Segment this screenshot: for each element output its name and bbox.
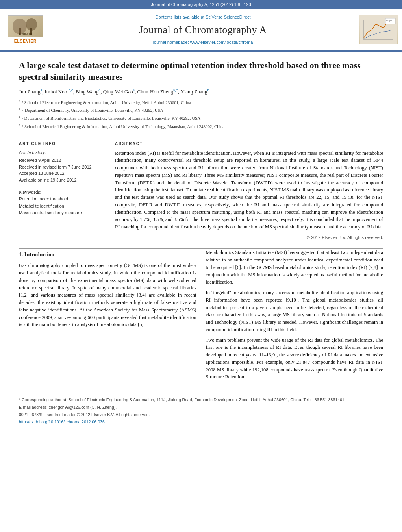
journal-cover-image: Graph: [355, 12, 402, 47]
footnote-email: E-mail address: zhengch99@126.com (C.-H.…: [19, 404, 383, 411]
article-separator: [19, 136, 383, 136]
article-body: 1. Introduction Gas chromatography coupl…: [0, 249, 402, 392]
intro-paragraph-2: Metabolomics Standards Initiative (MSI) …: [206, 249, 383, 286]
svg-rect-4: [12, 32, 39, 32]
keyword-3: Mass spectral similarity measure: [19, 209, 106, 217]
received-date: Received 9 April 2012: [19, 157, 106, 164]
intro-paragraph-1: Gas chromatography coupled to mass spect…: [19, 262, 196, 328]
svg-text:ELSEVIER: ELSEVIER: [19, 33, 32, 36]
footnote-corresponding: * Corresponding author at: School of Ele…: [19, 397, 383, 403]
svg-text:Graph: Graph: [386, 19, 392, 22]
article-header-section: A large scale test dataset to determine …: [0, 52, 402, 248]
body-columns: 1. Introduction Gas chromatography coupl…: [19, 249, 383, 384]
copyright: © 2012 Elsevier B.V. All rights reserved…: [115, 235, 383, 241]
article-info-label: ARTICLE INFO: [19, 141, 106, 146]
elsevier-logo-section: ELSEVIER ELSEVIER: [0, 12, 51, 47]
abstract-text: Retention index (RI) is useful for metab…: [115, 150, 383, 231]
body-column-left: 1. Introduction Gas chromatography coupl…: [19, 249, 196, 384]
footnote-doi: http://dx.doi.org/10.1016/j.chroma.2012.…: [19, 419, 383, 425]
footnotes: * Corresponding author at: School of Ele…: [0, 392, 402, 430]
authors-line: Jun Zhanga, Imhoi Koo b,c, Bing Wangd, Q…: [19, 87, 383, 96]
intro-paragraph-3: In "targeted" metabolomics, many success…: [206, 289, 383, 334]
affiliation-a: a ᵃ School of Electronic Engineering & A…: [19, 98, 383, 106]
accepted-date: Accepted 13 June 2012: [19, 170, 106, 177]
abstract-label: ABSTRACT: [115, 141, 383, 146]
journal-center-info: Contents lists available at SciVerse Sci…: [51, 12, 355, 47]
article-info-abstract: ARTICLE INFO Article history: Received 9…: [19, 141, 383, 241]
footnote-issn: 0021-9673/$ – see front matter © 2012 El…: [19, 412, 383, 418]
affiliation-c: c ᶜ Department of Bioinformatics and Bio…: [19, 114, 383, 121]
keywords-section: Keywords: Retention index threshold Meta…: [19, 189, 106, 217]
intro-heading: 1. Introduction: [19, 250, 196, 259]
body-column-right: Metabolomics Standards Initiative (MSI) …: [206, 249, 383, 384]
keyword-1: Retention index threshold: [19, 196, 106, 203]
journal-header-bar: Journal of Chromatography A, 1251 (2012)…: [0, 0, 402, 9]
affiliation-d: d ᵈ School of Electrical Engineering & I…: [19, 122, 383, 130]
keywords-label: Keywords:: [19, 189, 106, 196]
journal-banner: ELSEVIER ELSEVIER Contents lists availab…: [0, 9, 402, 51]
received-revised-date: Received in revised form 7 June 2012: [19, 164, 106, 171]
article-title: A large scale test dataset to determine …: [19, 60, 383, 82]
keyword-2: Metabolite identification: [19, 203, 106, 210]
available-date: Available online 19 June 2012: [19, 177, 106, 184]
cover-thumbnail: Graph: [359, 15, 398, 44]
elsevier-brand: ELSEVIER: [14, 39, 37, 44]
article-history: Article history: Received 9 April 2012 R…: [19, 150, 106, 183]
homepage-link[interactable]: www.elsevier.com/locate/chroma: [190, 40, 253, 44]
abstract-column: ABSTRACT Retention index (RI) is useful …: [115, 141, 383, 241]
sciverse-info: Contents lists available at SciVerse Sci…: [155, 14, 250, 20]
elsevier-image: ELSEVIER: [8, 15, 43, 37]
intro-paragraph-4: Two main problems prevent the wide usage…: [206, 337, 383, 381]
affiliation-b: b ᵇ Department of Chemistry, University …: [19, 106, 383, 113]
journal-title: Journal of Chromatography A: [139, 23, 267, 37]
journal-citation: Journal of Chromatography A, 1251 (2012)…: [151, 2, 251, 7]
history-label: Article history:: [19, 150, 106, 156]
journal-homepage: journal homepage: www.elsevier.com/locat…: [153, 39, 253, 45]
article-info-column: ARTICLE INFO Article history: Received 9…: [19, 141, 106, 241]
history-subsection: Article history: Received 9 April 2012 R…: [19, 150, 106, 183]
affiliations-list: a ᵃ School of Electronic Engineering & A…: [19, 98, 383, 130]
sciverse-link-text[interactable]: SciVerse ScienceDirect: [206, 15, 250, 19]
